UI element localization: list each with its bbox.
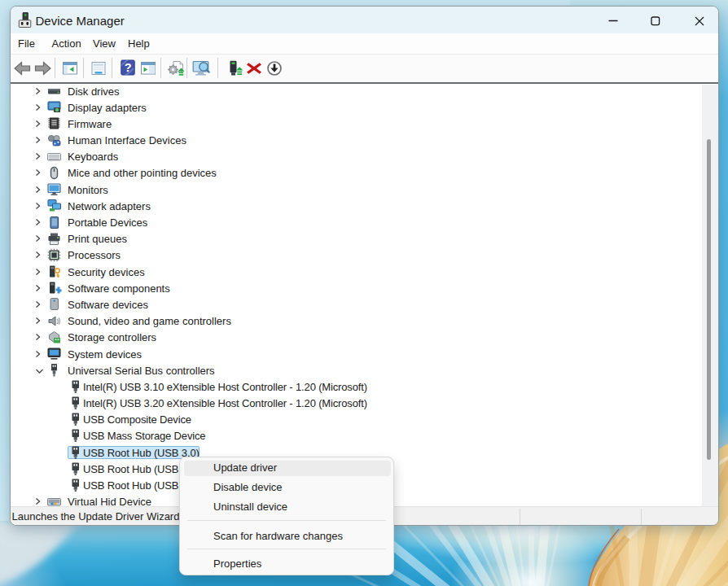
svg-text:?: ? xyxy=(124,61,131,74)
